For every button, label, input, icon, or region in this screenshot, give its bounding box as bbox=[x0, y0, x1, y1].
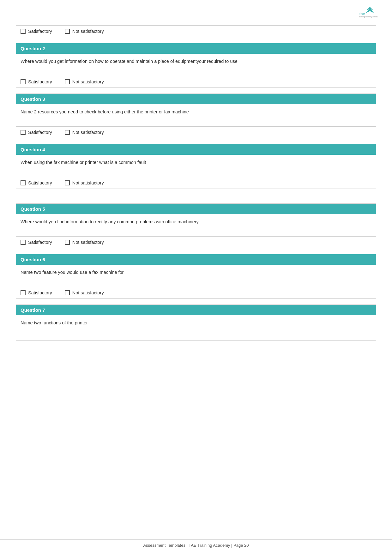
top-not-satisfactory-item[interactable]: Not satisfactory bbox=[65, 29, 104, 34]
not-satisfactory-item-q2[interactable]: Not satisfactory bbox=[65, 79, 104, 84]
not-satisfactory-checkbox-q2[interactable] bbox=[65, 79, 70, 84]
checkbox-row-q5: Satisfactory Not satisfactory bbox=[16, 236, 376, 248]
not-satisfactory-item-q5[interactable]: Not satisfactory bbox=[65, 240, 104, 245]
logo: tae training academy.com.au bbox=[357, 3, 383, 19]
top-not-satisfactory-label: Not satisfactory bbox=[72, 29, 104, 34]
checkbox-row-q4: Satisfactory Not satisfactory bbox=[16, 177, 376, 189]
checkbox-row-q3: Satisfactory Not satisfactory bbox=[16, 126, 376, 138]
question-block-q3: Question 3 Name 2 resources you need to … bbox=[16, 93, 376, 138]
page-content: Satisfactory Not satisfactory Question 2… bbox=[0, 0, 392, 365]
satisfactory-checkbox-q6[interactable] bbox=[21, 290, 26, 295]
top-satisfactory-checkbox[interactable] bbox=[21, 29, 26, 34]
question-header-q5: Question 5 bbox=[16, 204, 376, 214]
question-header-q2: Question 2 bbox=[16, 43, 376, 54]
satisfactory-item-q6[interactable]: Satisfactory bbox=[21, 290, 52, 295]
not-satisfactory-checkbox-q5[interactable] bbox=[65, 240, 70, 245]
svg-text:training academy.com.au: training academy.com.au bbox=[359, 16, 378, 18]
satisfactory-item-q4[interactable]: Satisfactory bbox=[21, 180, 52, 185]
not-satisfactory-checkbox-q6[interactable] bbox=[65, 290, 70, 295]
question-body-q2: Where would you get information on how t… bbox=[16, 54, 376, 76]
top-satisfactory-item[interactable]: Satisfactory bbox=[21, 29, 52, 34]
question-body-q5: Where would you find information to rect… bbox=[16, 214, 376, 236]
not-satisfactory-item-q6[interactable]: Not satisfactory bbox=[65, 290, 104, 295]
not-satisfactory-checkbox-q4[interactable] bbox=[65, 180, 70, 185]
satisfactory-checkbox-q5[interactable] bbox=[21, 240, 26, 245]
satisfactory-checkbox-q4[interactable] bbox=[21, 180, 26, 185]
question-body-q4: When using the fax machine or printer wh… bbox=[16, 155, 376, 177]
satisfactory-checkbox-q3[interactable] bbox=[21, 130, 26, 135]
question-block-q6: Question 6 Name two feature you would us… bbox=[16, 254, 376, 299]
question-header-q7: Question 7 bbox=[16, 305, 376, 315]
satisfactory-item-q5[interactable]: Satisfactory bbox=[21, 240, 52, 245]
question-block-q2: Question 2 Where would you get informati… bbox=[16, 43, 376, 88]
question-body-q7: Name two functions of the printer bbox=[16, 315, 376, 340]
question-block-q5: Question 5 Where would you find informat… bbox=[16, 203, 376, 248]
top-not-satisfactory-checkbox[interactable] bbox=[65, 29, 70, 34]
not-satisfactory-checkbox-q3[interactable] bbox=[65, 130, 70, 135]
question-body-q3: Name 2 resources you need to check befor… bbox=[16, 104, 376, 126]
not-satisfactory-item-q3[interactable]: Not satisfactory bbox=[65, 130, 104, 135]
satisfactory-item-q2[interactable]: Satisfactory bbox=[21, 79, 52, 84]
question-header-q4: Question 4 bbox=[16, 144, 376, 155]
question-block-q7: Question 7 Name two functions of the pri… bbox=[16, 304, 376, 341]
svg-text:tae: tae bbox=[359, 12, 365, 16]
checkbox-row-q2: Satisfactory Not satisfactory bbox=[16, 76, 376, 87]
question-header-q6: Question 6 bbox=[16, 254, 376, 265]
not-satisfactory-item-q4[interactable]: Not satisfactory bbox=[65, 180, 104, 185]
top-satisfactory-label: Satisfactory bbox=[28, 29, 52, 34]
question-body-q6: Name two feature you would use a fax mac… bbox=[16, 265, 376, 287]
footer: Assessment Templates | TAE Training Acad… bbox=[0, 539, 392, 548]
satisfactory-checkbox-q2[interactable] bbox=[21, 79, 26, 84]
question-header-q3: Question 3 bbox=[16, 94, 376, 104]
checkbox-row-q6: Satisfactory Not satisfactory bbox=[16, 287, 376, 298]
satisfactory-item-q3[interactable]: Satisfactory bbox=[21, 130, 52, 135]
top-checkbox-row: Satisfactory Not satisfactory bbox=[16, 25, 376, 37]
question-block-q4: Question 4 When using the fax machine or… bbox=[16, 144, 376, 189]
